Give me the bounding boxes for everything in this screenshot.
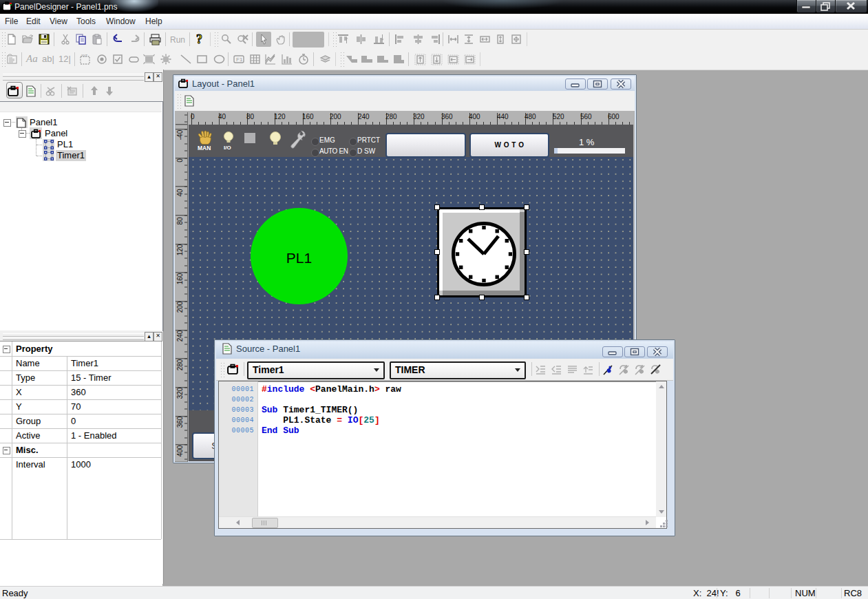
svg-text:F1: F1 <box>236 56 243 63</box>
svg-text:xyz: xyz <box>81 54 87 57</box>
svg-text:I/O: I/O <box>224 145 231 151</box>
svg-text:MAN: MAN <box>198 145 211 151</box>
svg-text:?: ? <box>196 33 202 46</box>
